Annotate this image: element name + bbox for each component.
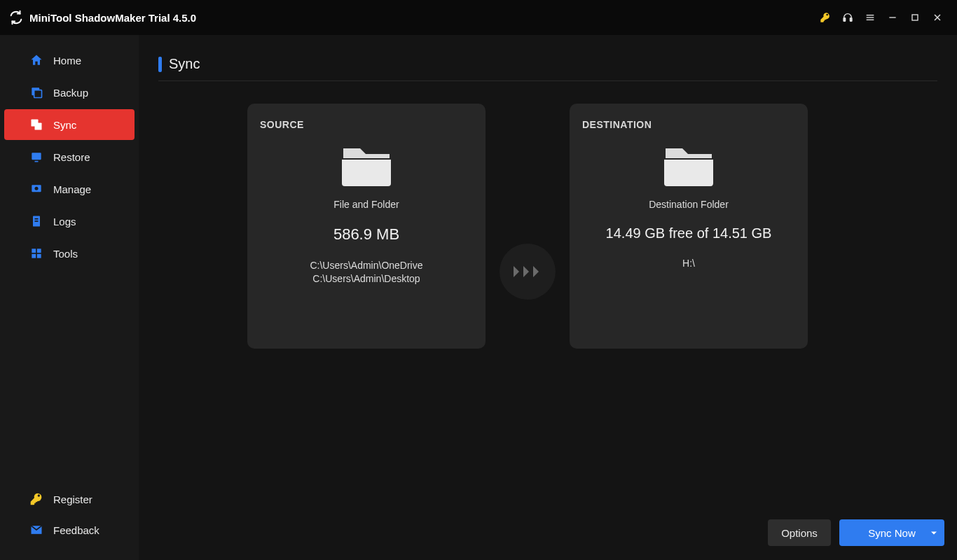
destination-card[interactable]: DESTINATION Destination Folder 14.49 GB … xyxy=(570,104,808,349)
titlebar-close-button[interactable] xyxy=(926,6,949,29)
svg-rect-21 xyxy=(37,248,41,253)
sync-now-label: Sync Now xyxy=(868,527,916,539)
chevron-down-icon xyxy=(930,527,937,539)
svg-rect-13 xyxy=(32,153,41,160)
manage-icon xyxy=(29,182,43,196)
home-icon xyxy=(29,53,43,67)
title-bar: MiniTool ShadowMaker Trial 4.5.0 xyxy=(0,0,957,35)
sidebar-item-logs[interactable]: Logs xyxy=(4,206,135,237)
sync-now-button[interactable]: Sync Now xyxy=(839,519,944,546)
sidebar-item-label: Manage xyxy=(53,183,91,195)
options-button[interactable]: Options xyxy=(768,519,831,546)
svg-rect-23 xyxy=(37,254,41,258)
destination-path: H:\ xyxy=(582,257,795,270)
page-title: Sync xyxy=(169,56,200,72)
logs-icon xyxy=(29,214,43,228)
sidebar-item-tools[interactable]: Tools xyxy=(4,238,135,269)
sidebar-item-restore[interactable]: Restore xyxy=(4,141,135,172)
app-title: MiniTool ShadowMaker Trial 4.5.0 xyxy=(29,12,196,24)
svg-rect-14 xyxy=(35,161,39,162)
titlebar-key-button[interactable] xyxy=(814,6,836,29)
titlebar-menu-button[interactable] xyxy=(859,6,881,29)
source-path-1: C:\Users\Admin\OneDrive xyxy=(260,259,473,272)
source-heading: SOURCE xyxy=(260,119,473,130)
sidebar-item-home[interactable]: Home xyxy=(4,45,135,76)
sidebar-item-label: Home xyxy=(53,55,81,66)
titlebar-minimize-button[interactable] xyxy=(881,6,904,29)
svg-rect-20 xyxy=(32,248,36,253)
source-path-2: C:\Users\Admin\Desktop xyxy=(260,272,473,286)
heading-accent xyxy=(158,57,162,72)
svg-rect-0 xyxy=(844,18,846,22)
destination-title: Destination Folder xyxy=(582,199,795,210)
folder-icon xyxy=(661,143,716,186)
svg-point-16 xyxy=(35,187,39,190)
main-content: Sync SOURCE File and Folder 586.9 MB C:\… xyxy=(139,35,957,560)
key-icon xyxy=(29,492,43,506)
source-card[interactable]: SOURCE File and Folder 586.9 MB C:\Users… xyxy=(247,104,486,349)
sidebar: Home Backup Sync Restore xyxy=(0,35,139,560)
sidebar-item-manage[interactable]: Manage xyxy=(4,174,135,204)
sidebar-feedback[interactable]: Feedback xyxy=(4,515,135,545)
svg-rect-10 xyxy=(34,90,42,98)
sidebar-item-label: Logs xyxy=(53,216,76,227)
sync-icon xyxy=(29,118,43,132)
titlebar-headset-button[interactable] xyxy=(836,6,859,29)
sidebar-item-label: Restore xyxy=(53,151,90,163)
destination-heading: DESTINATION xyxy=(582,119,795,130)
sidebar-register-label: Register xyxy=(53,493,92,505)
sidebar-item-label: Sync xyxy=(53,119,76,131)
sidebar-item-sync[interactable]: Sync xyxy=(4,109,135,140)
sidebar-item-label: Backup xyxy=(53,87,88,99)
restore-icon xyxy=(29,150,43,164)
svg-rect-22 xyxy=(32,254,36,258)
sidebar-item-backup[interactable]: Backup xyxy=(4,77,135,108)
source-size: 586.9 MB xyxy=(260,225,473,244)
arrow-separator-icon xyxy=(500,244,556,300)
source-title: File and Folder xyxy=(260,199,473,210)
destination-space: 14.49 GB free of 14.51 GB xyxy=(582,225,795,241)
heading-divider xyxy=(158,80,937,81)
sidebar-register[interactable]: Register xyxy=(4,484,135,514)
sidebar-item-label: Tools xyxy=(53,248,78,260)
svg-rect-12 xyxy=(35,123,42,130)
folder-icon xyxy=(339,143,394,186)
sidebar-feedback-label: Feedback xyxy=(53,524,99,536)
svg-rect-6 xyxy=(912,15,918,20)
mail-icon xyxy=(29,523,43,537)
tools-icon xyxy=(29,246,43,260)
svg-rect-1 xyxy=(850,18,852,22)
app-logo-icon xyxy=(8,10,24,25)
backup-icon xyxy=(29,85,43,99)
titlebar-maximize-button[interactable] xyxy=(904,6,926,29)
